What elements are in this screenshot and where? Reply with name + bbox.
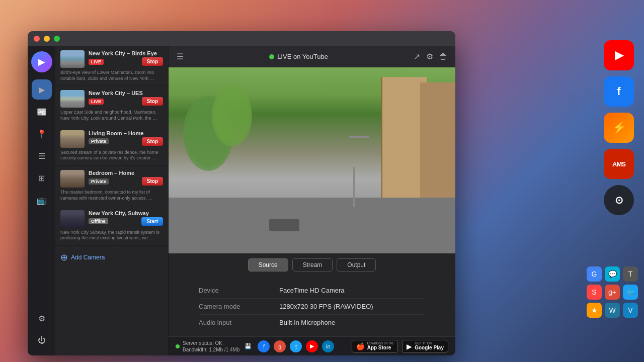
t-icon[interactable]: T [623,266,638,282]
camera-start-button[interactable]: Start [141,217,163,226]
camera-name: New York City – UES [89,90,163,96]
camera-item[interactable]: New York City – UES LIVE Stop Upper East… [55,86,168,126]
main-window: ▶ ▶ 📰 📍 ☰ ⊞ 📺 ⚙ ⏻ New York City – Birds … [28,31,455,355]
street-scene [169,67,455,253]
live-text: LIVE on YouTube [277,53,328,60]
google-play-badge[interactable]: ▶ GET IT ON Google Play [402,340,448,353]
device-value: FaceTime HD Camera [279,287,345,294]
camera-item[interactable]: Bedroom – Home Private Stop The master b… [55,166,168,206]
camera-item[interactable]: Living Room – Home Private Stop Secured … [55,126,168,166]
camera-list: New York City – Birds Eye LIVE Stop Bird… [55,46,169,355]
tab-source[interactable]: Source [248,258,288,272]
camera-stop-button[interactable]: Stop [142,97,163,106]
camera-name: Living Room – Home [89,130,163,136]
camera-thumb [60,50,85,68]
google-play-icon: ▶ [407,342,412,350]
camera-status-row: LIVE Stop [89,97,163,106]
tab-output[interactable]: Output [337,258,376,272]
footer: Server status: OK Bandwidth: 1.2Mb /1.4M… [169,336,455,355]
status-dot [176,344,180,348]
footer-twitter-icon[interactable]: t [290,340,302,352]
server-status: Server status: OK Bandwidth: 1.2Mb /1.4M… [176,340,252,353]
camera-stop-button[interactable]: Stop [142,137,163,146]
audio-row: Audio input Built-in Microphone [199,315,425,330]
footer-gplus-icon[interactable]: g [274,340,286,352]
device-row: Device FaceTime HD Camera [199,283,425,299]
status-badge: LIVE [89,59,104,65]
audio-label: Audio input [199,319,279,326]
camera-info: New York City – Birds Eye LIVE Stop [89,50,163,66]
desktop-icons: ▶ f ⚡ AMS ⊙ [604,40,634,215]
video-preview [169,67,455,253]
camera-stop-button[interactable]: Stop [142,177,163,186]
camera-desc: The master bedroom, connected to my list… [60,190,163,201]
ams-desktop-icon[interactable]: AMS [604,149,634,179]
facebook-desktop-icon[interactable]: f [604,76,634,107]
wp-icon[interactable]: W [605,303,620,318]
s-icon[interactable]: S [587,285,602,300]
mode-label: Camera mode [199,303,279,310]
app-store-text: Download on the App Store [367,341,394,351]
camera-info: New York City – UES LIVE Stop [89,90,163,106]
camera-item[interactable]: New York City – Birds Eye LIVE Stop Bird… [55,46,168,86]
sidebar-item-news[interactable]: 📰 [32,102,52,122]
camera-status-row: Offline Start [89,217,163,226]
camera-item[interactable]: New York City, Subway Offline Start New … [55,206,168,246]
sidebar-item-play[interactable]: ▶ [32,79,52,100]
lightning-desktop-icon[interactable]: ⚡ [604,113,634,143]
app-store-badge[interactable]: 🍎 Download on the App Store [352,340,398,353]
share-button[interactable]: ↗ [414,52,420,61]
youtube-desktop-icon[interactable]: ▶ [604,40,634,70]
top-bar: ☰ LIVE on YouTube ↗ ⚙ 🗑 [169,46,455,67]
window-body: ▶ ▶ 📰 📍 ☰ ⊞ 📺 ⚙ ⏻ New York City – Birds … [28,46,455,355]
bottom-section: Source Stream Output Device FaceTime HD … [169,253,455,336]
device-label: Device [199,287,279,294]
sidebar-item-list[interactable]: ☰ [32,146,52,166]
camera-info: Living Room – Home Private Stop [89,130,163,146]
footer-facebook-icon[interactable]: f [258,340,270,352]
mode-value: 644x362 30 FPS (RAWVIDEO) [279,303,373,310]
gplus-icon[interactable]: g+ [605,285,620,300]
footer-linkedin-icon[interactable]: in [322,340,334,352]
trash-button[interactable]: 🗑 [439,52,447,61]
chat-icon[interactable]: 💬 [605,266,620,282]
tab-stream[interactable]: Stream [292,258,333,272]
settings-button[interactable]: ⚙ [426,52,433,61]
camera-desc: Upper East Side and neighborhood, Manhat… [60,110,163,121]
sidebar-item-location[interactable]: 📍 [32,124,52,144]
main-content: ☰ LIVE on YouTube ↗ ⚙ 🗑 [169,46,455,355]
g-icon[interactable]: G [587,266,602,282]
camera-stop-button[interactable]: Stop [142,57,163,66]
store-badges: 🍎 Download on the App Store ▶ GET IT ON … [352,340,448,353]
sidebar-item-monitor[interactable]: 📺 [32,190,52,210]
app-store-sublabel: Download on the [367,341,394,345]
twitter-icon[interactable]: 🐦 [623,285,638,300]
menu-icon[interactable]: ☰ [177,52,184,61]
camera-info: Bedroom – Home Private Stop [89,170,163,186]
google-play-sublabel: GET IT ON [415,341,444,345]
sidebar-item-settings[interactable]: ⚙ [32,308,52,328]
status-badge: LIVE [89,99,104,105]
camera-desc: New York City Subway, the rapid transit … [60,230,163,241]
close-button[interactable] [34,36,40,42]
minimize-button[interactable] [44,36,50,42]
add-camera-label: Add Camera [71,254,105,261]
camera-thumb [60,90,85,108]
footer-youtube-icon[interactable]: ▶ [306,340,318,352]
sidebar-item-power[interactable]: ⏻ [32,330,52,350]
sidebar-item-grid[interactable]: ⊞ [32,168,52,188]
sniper-desktop-icon[interactable]: ⊙ [604,185,634,215]
desktop-icons-bottom: G 💬 T S g+ 🐦 ★ W V [587,266,638,318]
maximize-button[interactable] [54,36,60,42]
apple-icon: 🍎 [356,342,365,350]
app-logo[interactable]: ▶ [31,51,52,72]
v-icon[interactable]: V [623,303,638,318]
camera-desc: Bird's-eye view of Lower Manhattan, zoom… [60,70,163,81]
status-badge: Private [89,138,109,144]
google-play-label: Google Play [415,345,444,351]
add-camera-button[interactable]: ⊕ Add Camera [55,246,168,269]
camera-desc: Secured stream of a private residence, t… [60,150,163,161]
title-bar [28,31,455,46]
live-indicator: LIVE on YouTube [269,53,328,60]
star-icon[interactable]: ★ [587,303,602,318]
